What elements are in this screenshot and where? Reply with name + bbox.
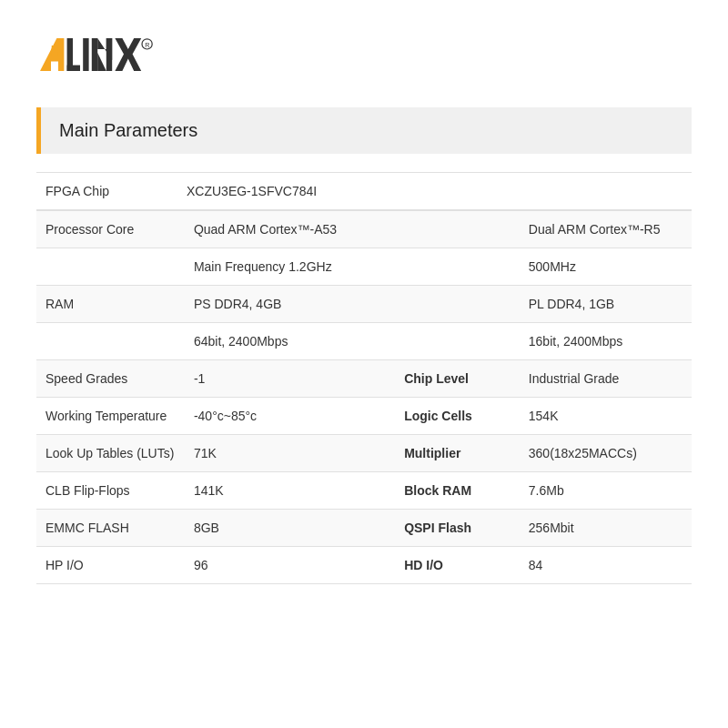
logo-area: R [36, 27, 692, 82]
svg-rect-3 [67, 66, 80, 71]
row-label2-4: Chip Level [395, 360, 520, 398]
row-label-7: CLB Flip-Flops [36, 472, 185, 510]
row-label2-1 [395, 248, 520, 286]
row-val2-9: 84 [520, 547, 692, 584]
row-val1-6: 71K [185, 435, 395, 472]
row-val2-8: 256Mbit [520, 510, 692, 547]
row-label2-5: Logic Cells [395, 398, 520, 435]
row-label-2: RAM [36, 286, 185, 323]
table-row-ram-row2: 64bit, 2400Mbps16bit, 2400Mbps [36, 323, 692, 360]
row-val1-7: 141K [185, 472, 395, 510]
row-label-9: HP I/O [36, 547, 185, 584]
svg-rect-4 [83, 38, 88, 71]
row-val1-5: -40°c~85°c [185, 398, 395, 435]
row-val1-9: 96 [185, 547, 395, 584]
row-val1-4: -1 [185, 360, 395, 398]
row-label-4: Speed Grades [36, 360, 185, 398]
table-row-processor-core-row1: Processor CoreQuad ARM Cortex™-A53Dual A… [36, 211, 692, 248]
svg-text:R: R [145, 41, 149, 49]
row-label2-9: HD I/O [395, 547, 520, 584]
row-val2-5: 154K [520, 398, 692, 435]
row-val1-2: PS DDR4, 4GB [185, 286, 395, 323]
row-label-5: Working Temperature [36, 398, 185, 435]
section-header: Main Parameters [36, 107, 692, 154]
svg-marker-8 [97, 53, 106, 71]
table-row-hp-io-row: HP I/O96HD I/O84 [36, 547, 692, 584]
row-label2-0 [395, 211, 520, 248]
row-label-0: Processor Core [36, 211, 185, 248]
svg-rect-5 [92, 38, 97, 71]
table-row-ram-row1: RAMPS DDR4, 4GBPL DDR4, 1GB [36, 286, 692, 323]
svg-marker-9 [115, 38, 141, 71]
row-val1-8: 8GB [185, 510, 395, 547]
row-val2-7: 7.6Mb [520, 472, 692, 510]
fpga-chip-row: FPGA Chip XCZU3EG-1SFVC784I [36, 173, 692, 210]
row-label2-3 [395, 323, 520, 360]
svg-marker-1 [51, 46, 58, 56]
row-label-1 [36, 248, 185, 286]
table-row-processor-core-row2: Main Frequency 1.2GHz500MHz [36, 248, 692, 286]
row-label-6: Look Up Tables (LUTs) [36, 435, 185, 472]
row-label2-6: Multiplier [395, 435, 520, 472]
row-val2-6: 360(18x25MACCs) [520, 435, 692, 472]
row-label2-2 [395, 286, 520, 323]
row-val2-1: 500MHz [520, 248, 692, 286]
row-label-8: EMMC FLASH [36, 510, 185, 547]
section-title: Main Parameters [59, 120, 197, 140]
row-val2-0: Dual ARM Cortex™-R5 [520, 211, 692, 248]
row-val1-1: Main Frequency 1.2GHz [185, 248, 395, 286]
page-wrapper: R Main Parameters FPGA Chip XCZU3EG-1SFV… [0, 0, 728, 621]
table-row-clb-row: CLB Flip-Flops141KBlock RAM7.6Mb [36, 472, 692, 510]
row-val1-0: Quad ARM Cortex™-A53 [185, 211, 395, 248]
alinx-logo: R [36, 27, 182, 82]
row-val2-4: Industrial Grade [520, 360, 692, 398]
params-table: FPGA Chip XCZU3EG-1SFVC784I [36, 172, 692, 210]
row-val2-3: 16bit, 2400Mbps [520, 323, 692, 360]
main-params-table: Processor CoreQuad ARM Cortex™-A53Dual A… [36, 210, 692, 584]
table-row-emmc-row: EMMC FLASH8GBQSPI Flash256Mbit [36, 510, 692, 547]
row-label-3 [36, 323, 185, 360]
fpga-chip-value: XCZU3EG-1SFVC784I [177, 173, 692, 210]
row-label2-7: Block RAM [395, 472, 520, 510]
table-row-working-temp-row: Working Temperature-40°c~85°cLogic Cells… [36, 398, 692, 435]
table-row-speed-grades-row: Speed Grades-1Chip LevelIndustrial Grade [36, 360, 692, 398]
row-val1-3: 64bit, 2400Mbps [185, 323, 395, 360]
table-row-luts-row: Look Up Tables (LUTs)71KMultiplier360(18… [36, 435, 692, 472]
row-label2-8: QSPI Flash [395, 510, 520, 547]
row-val2-2: PL DDR4, 1GB [520, 286, 692, 323]
fpga-chip-label: FPGA Chip [36, 173, 177, 210]
